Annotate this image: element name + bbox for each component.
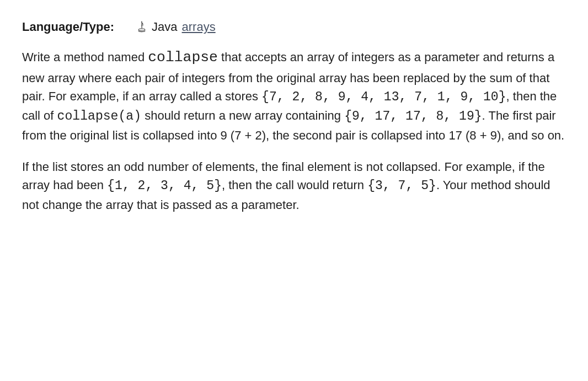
language-type-value: Java arrays	[136, 18, 216, 36]
problem-paragraph-1: Write a method named collapse that accep…	[22, 47, 566, 144]
code-array-odd-input: {1, 2, 3, 4, 5}	[107, 179, 222, 193]
svg-point-0	[138, 29, 145, 31]
code-array-input: {7, 2, 8, 9, 4, 13, 7, 1, 9, 10}	[261, 90, 506, 104]
code-array-odd-output: {3, 7, 5}	[367, 179, 436, 193]
text: , then the call would return	[222, 178, 367, 192]
problem-paragraph-2: If the list stores an odd number of elem…	[22, 158, 566, 214]
java-icon	[136, 20, 147, 34]
arrays-link[interactable]: arrays	[182, 18, 216, 36]
header-row: Language/Type: Java arrays	[22, 18, 566, 36]
language-type-label: Language/Type:	[22, 18, 114, 36]
language-name: Java	[152, 18, 177, 36]
code-array-output: {9, 17, 17, 8, 19}	[344, 109, 482, 124]
text: Write a method named	[22, 50, 148, 64]
code-call: collapse(a)	[57, 109, 141, 124]
method-name: collapse	[148, 49, 218, 66]
text: should return a new array containing	[141, 109, 344, 122]
